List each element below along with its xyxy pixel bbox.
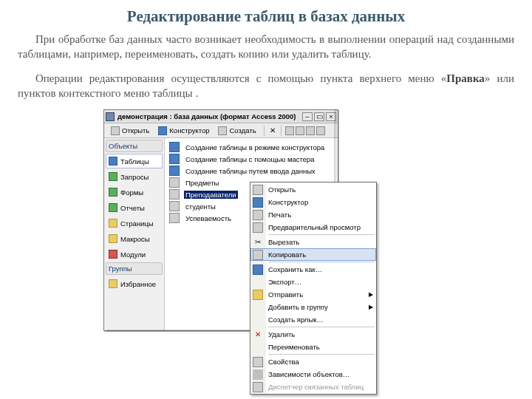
ctx-cut[interactable]: ✂Вырезать — [250, 236, 376, 248]
ctx-saveas[interactable]: Сохранить как… — [250, 263, 376, 276]
ctx-design[interactable]: Конструктор — [250, 196, 376, 208]
print-icon — [253, 210, 263, 220]
wizard-icon — [169, 166, 180, 176]
query-icon — [109, 172, 117, 181]
ctx-open[interactable]: Открыть — [250, 183, 376, 196]
design-icon — [253, 197, 263, 208]
ctx-copy[interactable]: Копировать — [250, 248, 376, 261]
star-icon — [109, 279, 117, 288]
intro-paragraph-1: При обработке баз данных часто возникает… — [18, 32, 514, 62]
group-icon — [253, 302, 263, 313]
macro-icon — [109, 234, 117, 243]
context-menu: Открыть Конструктор Печать Предварительн… — [250, 182, 377, 395]
ctx-delete[interactable]: ✕Удалить — [250, 328, 376, 341]
save-icon — [253, 265, 263, 275]
intro-paragraph-2: Операции редактирования осуществляются с… — [18, 71, 514, 101]
max-button[interactable]: ▭ — [314, 112, 324, 121]
titlebar: демонстрация : база данных (формат Acces… — [104, 110, 338, 123]
table-icon — [169, 213, 180, 223]
copy-icon — [253, 250, 263, 260]
screenshot: демонстрация : база данных (формат Acces… — [103, 109, 429, 361]
sidebar-item-queries[interactable]: Запросы — [106, 169, 163, 184]
sidebar-item-pages[interactable]: Страницы — [106, 216, 163, 231]
view-details-icon[interactable] — [316, 126, 325, 135]
sidebar-item-reports[interactable]: Отчеты — [106, 200, 163, 215]
sidebar-item-modules[interactable]: Модули — [106, 247, 163, 262]
page-icon — [109, 219, 117, 228]
toolbar: Открыть Конструктор Создать ✕ — [104, 123, 338, 138]
ctx-print[interactable]: Печать — [250, 208, 376, 221]
wizard-icon — [169, 142, 180, 152]
preview-icon — [253, 222, 263, 233]
ctx-dispatcher: Диспетчер связанных таблиц — [250, 381, 376, 393]
min-button[interactable]: – — [302, 112, 313, 121]
link-icon — [253, 315, 263, 325]
sidebar: Объекты Таблицы Запросы Формы Отчеты Стр… — [104, 138, 165, 330]
ctx-link[interactable]: Создать ярлык… — [250, 313, 376, 326]
export-icon — [253, 277, 263, 287]
view-small-icon[interactable] — [285, 126, 294, 135]
window-title: демонстрация : база данных (формат Acces… — [117, 112, 299, 120]
chevron-right-icon: ▶ — [369, 291, 373, 298]
table-icon — [169, 189, 180, 200]
ctx-deps[interactable]: Зависимости объектов… — [250, 368, 376, 381]
toolbar-design-button[interactable]: Конструктор — [154, 125, 213, 137]
open-icon — [111, 126, 120, 135]
ctx-addgroup[interactable]: Добавить в группу▶ — [250, 301, 376, 313]
sidebar-item-macros[interactable]: Макросы — [106, 231, 163, 246]
form-icon — [109, 188, 117, 197]
table-icon — [169, 201, 180, 211]
module-icon — [109, 250, 117, 259]
view-large-icon[interactable] — [296, 126, 304, 135]
ctx-props[interactable]: Свойства — [250, 355, 376, 368]
table-icon — [109, 157, 117, 166]
app-icon — [106, 112, 115, 121]
toolbar-create-button[interactable]: Создать — [214, 125, 259, 137]
sidebar-item-forms[interactable]: Формы — [106, 185, 163, 200]
dispatch-icon — [253, 382, 263, 392]
create-icon — [218, 126, 227, 135]
list-item[interactable]: Создание таблицы в режиме конструктора — [169, 141, 333, 153]
toolbar-open-button[interactable]: Открыть — [107, 125, 153, 137]
ctx-rename[interactable]: Переименовать — [250, 341, 376, 353]
rename-icon — [253, 342, 263, 352]
list-item[interactable]: Создание таблицы путем ввода данных — [169, 165, 333, 177]
delete-x-icon[interactable]: ✕ — [268, 126, 277, 135]
ctx-preview[interactable]: Предварительный просмотр — [250, 221, 376, 233]
report-icon — [109, 203, 117, 212]
ctx-export[interactable]: Экспорт… — [250, 276, 376, 288]
cut-icon: ✂ — [253, 237, 263, 248]
send-icon — [253, 290, 263, 300]
deps-icon — [253, 369, 263, 380]
view-list-icon[interactable] — [306, 126, 315, 135]
wizard-icon — [169, 154, 180, 164]
sidebar-head-objects[interactable]: Объекты — [106, 140, 163, 152]
sidebar-head-groups[interactable]: Группы — [106, 262, 163, 275]
design-icon — [158, 126, 167, 135]
table-icon — [169, 177, 180, 188]
open-icon — [253, 185, 263, 195]
delete-icon: ✕ — [253, 330, 263, 340]
page-title: Редактирование таблиц в базах данных — [18, 7, 514, 26]
chevron-right-icon: ▶ — [369, 304, 373, 310]
ctx-send[interactable]: Отправить▶ — [250, 288, 376, 301]
sidebar-item-tables[interactable]: Таблицы — [106, 154, 163, 168]
list-item[interactable]: Создание таблицы с помощью мастера — [169, 153, 333, 165]
sidebar-item-favorites[interactable]: Избранное — [106, 276, 163, 291]
props-icon — [253, 357, 263, 367]
